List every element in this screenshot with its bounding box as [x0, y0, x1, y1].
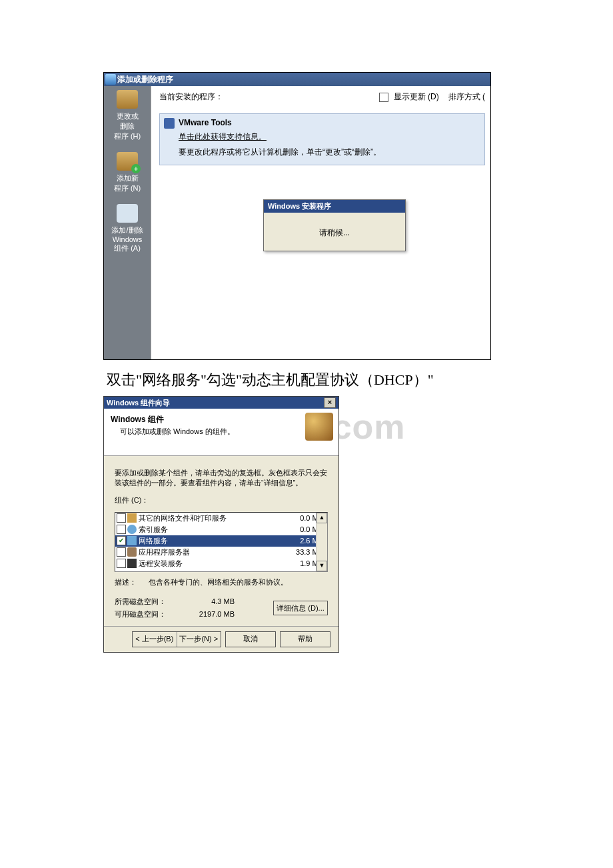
current-installed-label: 当前安装的程序：	[159, 91, 223, 103]
list-item: 索引服务 0.0 MB	[115, 524, 327, 535]
arp-sidebar: 更改或 删除 程序 (H) 添加新 程序 (N) 添加/删除 Windows 组…	[104, 86, 151, 359]
available-space-label: 可用磁盘空间：	[115, 609, 175, 619]
windows-components-wizard: Windows 组件向导 × Windows 组件 可以添加或删除 Window…	[103, 396, 339, 653]
component-list-label: 组件 (C)：	[115, 495, 328, 505]
description-label: 描述：	[115, 577, 137, 587]
sidebar-comp-label: 添加/删除 Windows 组件 (A)	[104, 225, 151, 253]
checkbox-icon[interactable]	[117, 513, 126, 523]
close-button[interactable]: ×	[324, 397, 336, 408]
list-item-network-services[interactable]: ✔ 网络服务 2.6 MB	[115, 535, 327, 547]
program-hint: 要更改此程序或将它从计算机删除，单击“更改”或“删除”。	[179, 147, 479, 158]
app-server-icon	[127, 547, 137, 557]
available-space-value: 2197.0 MB	[175, 610, 235, 618]
installer-message: 请稍候...	[264, 227, 405, 239]
scroll-down-icon[interactable]: ▼	[316, 561, 327, 571]
arp-title-icon	[105, 74, 116, 85]
required-space-label: 所需磁盘空间：	[115, 597, 175, 607]
help-button[interactable]: 帮助	[280, 631, 330, 647]
arp-titlebar: 添加或删除程序	[104, 73, 490, 86]
item-name: 其它的网络文件和打印服务	[139, 513, 227, 523]
item-name: 网络服务	[139, 536, 168, 546]
support-info-link[interactable]: 单击此处获得支持信息。	[179, 131, 479, 143]
arp-title-text: 添加或删除程序	[117, 75, 173, 84]
sidebar-change-remove[interactable]: 更改或 删除 程序 (H)	[104, 90, 151, 141]
wizard-heading: Windows 组件	[111, 414, 332, 425]
list-item: 应用程序服务器 33.3 MB	[115, 547, 327, 558]
program-entry-vmware[interactable]: VMware Tools 单击此处获得支持信息。 要更改此程序或将它从计算机删除…	[159, 113, 485, 165]
item-name: 应用程序服务器	[139, 547, 190, 557]
next-button[interactable]: 下一步(N) >	[177, 632, 221, 647]
list-item: 其它的网络文件和打印服务 0.0 MB	[115, 513, 327, 524]
checkbox-icon[interactable]	[117, 559, 126, 568]
item-name: 远程安装服务	[139, 559, 183, 569]
checkbox-icon	[379, 93, 388, 102]
sidebar-change-label: 更改或 删除 程序 (H)	[104, 111, 151, 141]
scrollbar[interactable]: ▲ ▼	[316, 513, 327, 571]
sort-by-label: 排序方式 (	[448, 91, 485, 103]
components-icon	[117, 204, 138, 223]
wizard-note: 要添加或删除某个组件，请单击旁边的复选框。灰色框表示只会安装该组件的一部分。要查…	[115, 468, 328, 489]
wizard-title: Windows 组件向导	[107, 397, 170, 409]
required-space-value: 4.3 MB	[175, 597, 235, 605]
program-name: VMware Tools	[179, 118, 479, 127]
details-button[interactable]: 详细信息 (D)...	[273, 601, 328, 615]
add-remove-programs-window: 添加或删除程序 更改或 删除 程序 (H) 添加新 程序 (N) 添加/删除 W…	[103, 72, 491, 360]
sidebar-add-label: 添加新 程序 (N)	[104, 173, 151, 193]
scroll-up-icon[interactable]: ▲	[316, 513, 327, 523]
vmware-icon	[164, 118, 175, 129]
box-icon	[117, 90, 138, 109]
checkbox-icon[interactable]	[117, 525, 126, 534]
remote-install-icon	[127, 559, 137, 568]
checkbox-icon[interactable]: ✔	[117, 536, 126, 545]
back-next-buttons[interactable]: < 上一步(B) 下一步(N) >	[132, 631, 221, 647]
show-updates-label: 显示更新 (D)	[394, 92, 439, 101]
network-services-icon	[127, 536, 137, 545]
component-listbox[interactable]: 其它的网络文件和打印服务 0.0 MB 索引服务 0.0 MB ✔ 网络服务 2…	[115, 512, 328, 572]
checkbox-icon[interactable]	[117, 547, 126, 557]
installer-title: Windows 安装程序	[264, 200, 405, 213]
back-button[interactable]: < 上一步(B)	[133, 632, 177, 647]
index-service-icon	[127, 525, 137, 534]
sidebar-windows-components[interactable]: 添加/删除 Windows 组件 (A)	[104, 204, 151, 253]
cancel-button[interactable]: 取消	[225, 631, 276, 647]
instruction-text: 双击"网络服务"勾选"动态主机配置协议（DHCP）"	[107, 370, 434, 390]
item-name: 索引服务	[139, 525, 168, 535]
network-files-icon	[127, 513, 137, 523]
list-item: 远程安装服务 1.9 MB	[115, 558, 327, 569]
box-add-icon	[117, 152, 138, 171]
cd-box-icon	[305, 413, 333, 441]
wizard-subheading: 可以添加或删除 Windows 的组件。	[120, 427, 332, 437]
show-updates-checkbox[interactable]: 显示更新 (D)	[379, 91, 438, 103]
description-text: 包含各种专门的、网络相关的服务和协议。	[149, 577, 288, 587]
sidebar-add-new[interactable]: 添加新 程序 (N)	[104, 152, 151, 193]
windows-installer-dialog: Windows 安装程序 请稍候...	[263, 199, 406, 251]
